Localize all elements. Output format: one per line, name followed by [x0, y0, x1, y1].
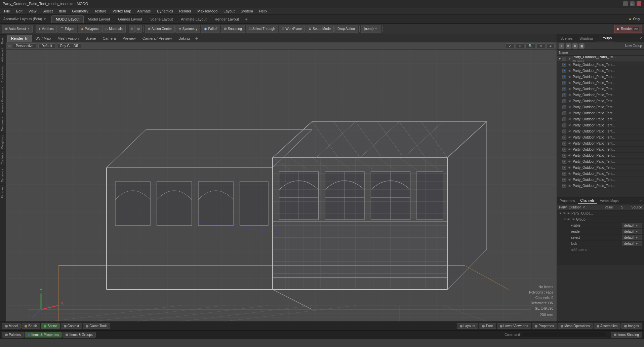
- btn-mesh-operations[interactable]: Mesh Operations: [558, 323, 593, 329]
- channel-row-render[interactable]: render default ▼: [565, 229, 644, 235]
- menu-system[interactable]: System: [238, 8, 256, 14]
- root-row-eye[interactable]: 👁: [563, 212, 566, 215]
- action-center-button[interactable]: ⊕ Action Center: [145, 25, 175, 33]
- visible-dropdown-icon[interactable]: ▼: [635, 224, 638, 227]
- tab-groups[interactable]: Groups: [596, 35, 615, 41]
- tab-baking[interactable]: Baking: [175, 35, 193, 42]
- btn-model[interactable]: Model: [2, 323, 21, 329]
- materials-button[interactable]: ◇ Materials: [102, 25, 126, 33]
- item-0-checkbox[interactable]: ✓: [562, 63, 566, 67]
- menu-view[interactable]: View: [26, 8, 39, 14]
- tab-render-tri[interactable]: Render Tri: [7, 35, 32, 42]
- btn-assemblies[interactable]: Assemblies: [594, 323, 620, 329]
- tab-mesh-fusion[interactable]: Mesh Fusion: [54, 35, 82, 42]
- viewport-menu-dot[interactable]: [8, 45, 11, 47]
- group-item-9[interactable]: ✓ 👁 Party_Outdoor_Patio_Tent...: [561, 116, 644, 122]
- only-button[interactable]: ★Only: [626, 17, 643, 21]
- btn-brush[interactable]: Brush: [22, 323, 40, 329]
- group-item-0[interactable]: ✓ 👁 Party_Outdoor_Patio_Tent...: [561, 62, 644, 68]
- tab-camera-preview[interactable]: Camera / Preview: [139, 35, 175, 42]
- edges-button[interactable]: ⌒ Edges: [57, 25, 77, 33]
- right-panel-expand[interactable]: ⤢: [637, 36, 644, 41]
- btn-scene[interactable]: Scene: [41, 323, 60, 329]
- channel-row-select[interactable]: select default ▼: [565, 235, 644, 241]
- setup-mode-button[interactable]: ⚙ Setup Mode: [306, 25, 334, 33]
- group-item-3[interactable]: ✓ 👁 Party_Outdoor_Patio_Tent...: [561, 80, 644, 86]
- vp-icon-settings[interactable]: ≡: [547, 43, 555, 48]
- tab-scenes[interactable]: Scenes: [557, 36, 576, 41]
- btn-layouts[interactable]: Layouts: [457, 323, 478, 329]
- new-group-button[interactable]: New Group: [625, 44, 642, 48]
- sidebar-tab-deformers[interactable]: Deformers: [0, 115, 6, 133]
- ray-gl-button[interactable]: Ray GL: Off: [57, 43, 81, 48]
- falloff-button[interactable]: ◉ Falloff: [201, 25, 220, 33]
- channel-row-root[interactable]: ▼ 👁 👁 Party_Outdo...: [557, 210, 644, 217]
- menu-maxtomodo[interactable]: MaxToModo: [195, 8, 220, 14]
- menu-dynamics[interactable]: Dynamics: [154, 8, 176, 14]
- perspective-button[interactable]: Perspective: [13, 43, 36, 48]
- group-item-20[interactable]: ✓ 👁 Party_Outdoor_Patio_Tent...: [561, 183, 644, 189]
- groups-list[interactable]: ▼ ✓ 👁 Party_Outdoor_Patio_Te... 30 Items…: [557, 56, 644, 197]
- menu-file[interactable]: File: [1, 8, 13, 14]
- icon-btn-1[interactable]: ⊞: [129, 25, 135, 33]
- tab-properties[interactable]: Properties: [557, 198, 578, 203]
- tab-animate-layout[interactable]: Animate Layout: [177, 15, 210, 23]
- group-item-7[interactable]: ✓ 👁 Party_Outdoor_Patio_Tent...: [561, 104, 644, 110]
- render-dropdown-icon[interactable]: ▼: [635, 230, 638, 233]
- channels-expand-button[interactable]: ⤢: [637, 198, 644, 203]
- none-dropdown[interactable]: (none) ▼: [361, 25, 381, 33]
- viewport-tab-add[interactable]: +: [193, 35, 200, 42]
- btn-images[interactable]: Images: [621, 323, 642, 329]
- maximize-button[interactable]: □: [630, 1, 635, 6]
- menu-help[interactable]: Help: [256, 8, 270, 14]
- group-item-11[interactable]: ✓ 👁 Party_Outdoor_Patio_Tent...: [561, 128, 644, 134]
- group-item-17[interactable]: ✓ 👁 Party_Outdoor_Patio_Tent...: [561, 165, 644, 171]
- select-value[interactable]: default ▼: [622, 235, 642, 240]
- tab-channels[interactable]: Channels: [578, 198, 597, 204]
- channel-row-visible[interactable]: visible default ▼: [565, 223, 644, 229]
- visible-value[interactable]: default ▼: [622, 223, 642, 228]
- groups-filter-button[interactable]: ▦: [579, 43, 585, 49]
- minimize-button[interactable]: −: [623, 1, 628, 6]
- btn-items-groups[interactable]: Items & Groups: [63, 332, 95, 338]
- tab-render-layout[interactable]: Render Layout: [211, 15, 243, 23]
- groups-settings-button[interactable]: ⚙: [572, 43, 578, 49]
- vertices-button[interactable]: ● Vertices: [36, 25, 57, 33]
- command-input[interactable]: [522, 332, 606, 338]
- tab-preview[interactable]: Preview: [119, 35, 139, 42]
- sidebar-tab-controls[interactable]: Controls: [0, 151, 6, 166]
- tab-model-layout[interactable]: Model Layout: [84, 15, 114, 23]
- lock-dropdown-icon[interactable]: ▼: [635, 242, 638, 245]
- groups-add-button[interactable]: +: [559, 43, 564, 49]
- group-item-12[interactable]: ✓ 👁 Party_Outdoor_Patio_Tent...: [561, 134, 644, 141]
- menu-layout[interactable]: Layout: [221, 8, 237, 14]
- vp-icon-camera[interactable]: ⊙: [516, 43, 524, 48]
- workplane-button[interactable]: ⊟ WorkPlane: [279, 25, 305, 33]
- channel-row-add-user[interactable]: add user c...: [565, 247, 644, 253]
- close-button[interactable]: ×: [637, 1, 641, 6]
- select-through-button[interactable]: ⊡ Select Through: [246, 25, 278, 33]
- vp-icon-search[interactable]: 🔍: [525, 43, 535, 48]
- tab-uv-map[interactable]: UV / Map: [32, 35, 54, 42]
- snapping-button[interactable]: ⊞ Snapping: [221, 25, 245, 33]
- btn-properties[interactable]: Properties: [532, 323, 557, 329]
- group-item-2[interactable]: ✓ 👁 Party_Outdoor_Patio_Tent...: [561, 74, 644, 80]
- tab-scene-layout[interactable]: Scene Layout: [146, 15, 177, 23]
- sidebar-tab-coordinates[interactable]: Coordinates: [0, 64, 6, 85]
- menu-edit[interactable]: Edit: [13, 8, 25, 14]
- vp-icon-light[interactable]: ☀: [536, 43, 546, 48]
- btn-items-properties[interactable]: Items & Properties: [25, 332, 62, 338]
- tab-shading[interactable]: Shading: [576, 36, 596, 41]
- viewport-canvas[interactable]: X Y Z No Items Polygons : Face Channels:…: [6, 50, 557, 321]
- tab-vertex-maps[interactable]: Vertex Maps: [597, 198, 621, 203]
- lock-value[interactable]: default ▼: [622, 241, 642, 246]
- group-item-8[interactable]: ✓ 👁 Party_Outdoor_Patio_Tent...: [561, 110, 644, 116]
- sidebar-tab-dynamics[interactable]: Dynamics: [0, 166, 6, 184]
- select-dropdown-icon[interactable]: ▼: [635, 236, 638, 239]
- group-item-16[interactable]: ✓ 👁 Party_Outdoor_Patio_Tent...: [561, 159, 644, 165]
- menu-select[interactable]: Select: [40, 8, 55, 14]
- vp-icon-expand[interactable]: ⤢: [506, 43, 515, 48]
- channel-row-lock[interactable]: lock default ▼: [565, 241, 644, 247]
- group-item-6[interactable]: ✓ 👁 Party_Outdoor_Patio_Tent...: [561, 98, 644, 104]
- group-item-10[interactable]: ✓ 👁 Party_Outdoor_Patio_Tent...: [561, 122, 644, 128]
